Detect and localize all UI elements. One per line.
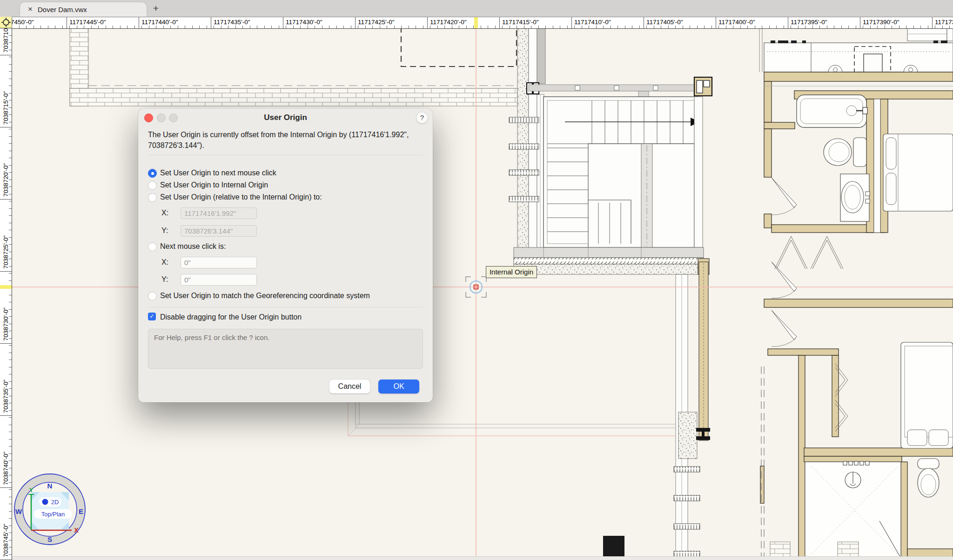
mode-badge: 2D bbox=[39, 497, 61, 507]
radio-icon[interactable] bbox=[148, 169, 157, 178]
ruler-label: 11717410'-0" bbox=[574, 19, 611, 26]
view-compass-widget[interactable]: N E S W 2D Top/Plan Y X bbox=[10, 470, 89, 549]
ok-button[interactable]: OK bbox=[378, 380, 419, 393]
ruler-division bbox=[355, 17, 356, 28]
radio-icon[interactable] bbox=[148, 193, 157, 202]
ruler-tick bbox=[9, 143, 12, 144]
ruler-tick bbox=[221, 26, 221, 28]
ruler-tick bbox=[9, 273, 12, 273]
ruler-tick bbox=[704, 26, 705, 28]
ruler-division bbox=[571, 17, 572, 28]
ruler-tick bbox=[848, 26, 849, 28]
ruler-tick bbox=[84, 26, 84, 28]
ruler-tick bbox=[372, 26, 373, 28]
ruler-tick bbox=[762, 26, 762, 28]
ruler-tick bbox=[423, 26, 423, 28]
ruler-label: 11717440'-0" bbox=[141, 19, 178, 26]
ruler-division bbox=[932, 17, 933, 28]
radio-icon[interactable] bbox=[148, 292, 157, 300]
app-window: Internal Origin N E S W 2D Top/Plan Y X bbox=[0, 0, 953, 560]
new-tab-button[interactable]: + bbox=[150, 2, 162, 14]
ruler-tick bbox=[170, 26, 171, 28]
bed-lower bbox=[901, 342, 953, 448]
ruler-tick bbox=[91, 26, 92, 28]
next-click-y-field[interactable]: 0" bbox=[181, 274, 257, 286]
ruler-tick bbox=[444, 26, 445, 28]
ruler-tick bbox=[718, 26, 719, 28]
ruler-tick bbox=[235, 26, 236, 28]
ruler-tick bbox=[416, 26, 416, 28]
ruler-label: 7038745'-0" bbox=[2, 524, 9, 557]
ruler-tick bbox=[286, 26, 286, 28]
ruler-tick bbox=[545, 26, 546, 28]
ruler-division bbox=[0, 127, 12, 127]
ruler-tick bbox=[77, 26, 77, 28]
ruler-tick bbox=[9, 280, 12, 281]
vertical-ruler[interactable]: 7038710'-0"7038715'-0"7038720'-0"7038725… bbox=[0, 28, 12, 560]
radio-icon[interactable] bbox=[148, 242, 157, 251]
separator bbox=[148, 155, 423, 155]
ruler-tick bbox=[819, 26, 820, 28]
compass-south-label[interactable]: S bbox=[47, 535, 52, 543]
ruler-tick bbox=[9, 57, 12, 57]
ruler-tick bbox=[9, 497, 12, 497]
document-tab[interactable]: × Dover Dam.vwx bbox=[20, 2, 147, 17]
ruler-tick bbox=[9, 439, 12, 440]
ruler-tick bbox=[697, 26, 698, 28]
ruler-label: 11717420'-0" bbox=[430, 19, 466, 26]
ruler-tick bbox=[329, 26, 329, 28]
compass-west-label[interactable]: W bbox=[15, 507, 22, 515]
compass-north-label[interactable]: N bbox=[47, 482, 53, 490]
ruler-tick bbox=[639, 26, 640, 28]
ruler-tick bbox=[34, 26, 34, 28]
ruler-tick bbox=[726, 26, 726, 28]
ruler-tick bbox=[315, 26, 315, 28]
ruler-label: 11717430'-0" bbox=[286, 19, 322, 26]
ruler-tick bbox=[19, 26, 20, 28]
ruler-tick bbox=[199, 26, 200, 28]
origin-offset-text: The User Origin is currently offset from… bbox=[148, 130, 423, 151]
ruler-tick bbox=[632, 26, 632, 28]
ruler-tick bbox=[892, 26, 892, 28]
relative-x-field[interactable]: 11717416'1.992" bbox=[181, 207, 257, 219]
ruler-tick bbox=[271, 26, 272, 28]
ruler-label: 7038730'-0" bbox=[2, 307, 9, 341]
ruler-tick bbox=[9, 511, 12, 512]
stair-window-unit bbox=[694, 77, 712, 96]
ruler-tick bbox=[387, 26, 387, 28]
ruler-tick bbox=[942, 26, 943, 28]
checkbox-icon[interactable]: ✓ bbox=[148, 313, 156, 320]
relative-y-field[interactable]: 7038726'3.144" bbox=[181, 225, 257, 237]
ruler-tick bbox=[560, 26, 560, 28]
ruler-tick bbox=[9, 86, 12, 86]
ruler-tick bbox=[257, 26, 257, 28]
help-button[interactable]: ? bbox=[416, 112, 428, 124]
ruler-tick bbox=[668, 26, 669, 28]
origin-crosshair-icon bbox=[0, 17, 12, 28]
ruler-tick bbox=[596, 26, 597, 28]
ruler-division bbox=[0, 55, 12, 55]
ruler-tick bbox=[856, 26, 856, 28]
ruler-tick bbox=[141, 26, 142, 28]
ruler-tick bbox=[40, 26, 41, 28]
radio-icon[interactable] bbox=[148, 181, 157, 190]
ruler-tick bbox=[791, 26, 791, 28]
compass-east-label[interactable]: E bbox=[79, 507, 83, 515]
ruler-label: 11717415'-0" bbox=[502, 19, 538, 26]
cancel-button[interactable]: Cancel bbox=[329, 380, 370, 393]
next-click-x-field[interactable]: 0" bbox=[181, 257, 257, 268]
horizontal-ruler[interactable]: 11717450'-0"11717445'-0"11717440'-0"1171… bbox=[12, 17, 953, 29]
ruler-tick bbox=[358, 26, 358, 28]
ruler-division bbox=[788, 17, 788, 28]
ruler-tick bbox=[9, 136, 12, 137]
ruler-label: 7038710'-0" bbox=[2, 28, 9, 53]
ruler-tick bbox=[733, 26, 733, 28]
ruler-tick bbox=[531, 26, 531, 28]
ruler-tick bbox=[675, 26, 676, 28]
ruler-tick bbox=[264, 26, 265, 28]
ruler-tick bbox=[409, 26, 409, 28]
ruler-tick bbox=[784, 26, 784, 28]
tab-close-icon[interactable]: × bbox=[26, 5, 34, 13]
ruler-tick bbox=[841, 26, 842, 28]
user-origin-button[interactable] bbox=[0, 17, 12, 28]
